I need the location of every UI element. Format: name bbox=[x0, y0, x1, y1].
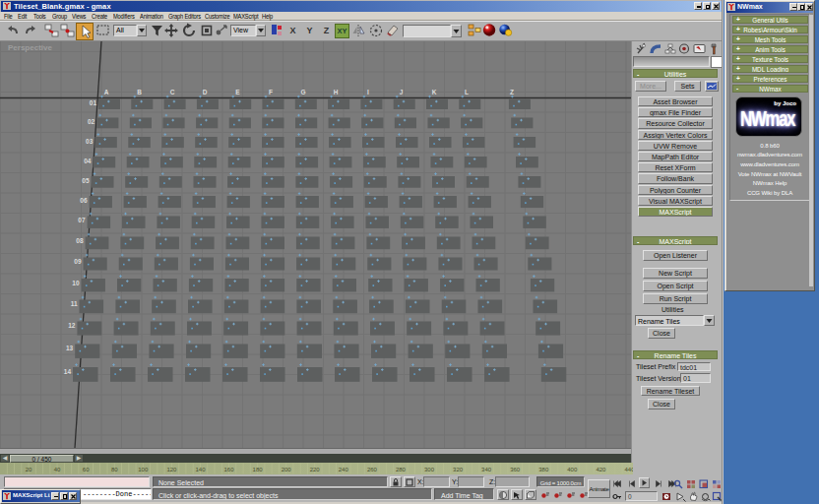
svg-text:L: L bbox=[465, 89, 469, 95]
svg-text:13: 13 bbox=[66, 345, 74, 351]
svg-text:09: 09 bbox=[74, 258, 82, 265]
svg-text:140: 140 bbox=[195, 467, 206, 472]
svg-text:G: G bbox=[300, 89, 305, 95]
svg-text:10: 10 bbox=[72, 280, 80, 286]
svg-text:120: 120 bbox=[166, 467, 177, 472]
svg-text:420: 420 bbox=[596, 467, 606, 472]
svg-text:06: 06 bbox=[80, 197, 88, 204]
svg-text:160: 160 bbox=[223, 467, 234, 472]
svg-text:180: 180 bbox=[253, 467, 264, 472]
svg-text:C: C bbox=[170, 89, 175, 95]
svg-text:K: K bbox=[432, 89, 437, 95]
svg-text:B: B bbox=[137, 89, 142, 95]
svg-text:A: A bbox=[104, 89, 109, 95]
svg-text:F: F bbox=[269, 89, 273, 95]
svg-text:20: 20 bbox=[26, 467, 32, 472]
svg-text:04: 04 bbox=[84, 158, 92, 164]
svg-text:08: 08 bbox=[76, 237, 84, 244]
svg-text:H: H bbox=[334, 89, 339, 95]
svg-text:I: I bbox=[367, 89, 369, 95]
svg-text:12: 12 bbox=[68, 322, 76, 329]
svg-text:300: 300 bbox=[424, 467, 435, 472]
svg-text:E: E bbox=[235, 89, 240, 95]
svg-text:60: 60 bbox=[83, 467, 90, 472]
svg-text:01: 01 bbox=[90, 99, 97, 106]
svg-text:40: 40 bbox=[54, 467, 61, 472]
svg-text:05: 05 bbox=[82, 177, 90, 184]
svg-text:D: D bbox=[203, 89, 208, 95]
svg-text:07: 07 bbox=[78, 217, 86, 223]
svg-text:220: 220 bbox=[310, 467, 321, 472]
svg-text:280: 280 bbox=[396, 467, 407, 472]
svg-text:J: J bbox=[400, 89, 404, 95]
svg-text:380: 380 bbox=[538, 467, 549, 472]
svg-text:440: 440 bbox=[624, 467, 633, 472]
svg-text:Z: Z bbox=[510, 89, 514, 95]
svg-text:320: 320 bbox=[453, 467, 464, 472]
svg-text:240: 240 bbox=[339, 467, 349, 472]
svg-text:11: 11 bbox=[71, 300, 78, 307]
svg-text:100: 100 bbox=[138, 467, 149, 472]
svg-text:14: 14 bbox=[64, 368, 72, 375]
svg-text:200: 200 bbox=[282, 467, 292, 472]
svg-text:340: 340 bbox=[481, 467, 492, 472]
svg-text:400: 400 bbox=[567, 467, 578, 472]
svg-text:260: 260 bbox=[367, 467, 378, 472]
svg-text:03: 03 bbox=[86, 138, 94, 145]
svg-text:80: 80 bbox=[111, 467, 118, 472]
svg-text:360: 360 bbox=[510, 467, 521, 472]
svg-text:02: 02 bbox=[88, 118, 95, 125]
